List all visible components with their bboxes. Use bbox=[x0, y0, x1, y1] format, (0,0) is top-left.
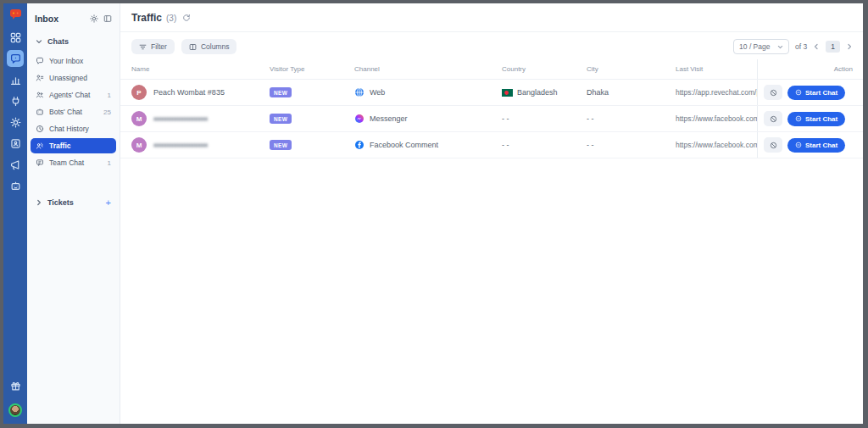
start-chat-label: Start Chat bbox=[805, 89, 837, 97]
table-header-row: Name Visitor Type Channel Country City L… bbox=[120, 59, 863, 80]
revechat-logo-icon[interactable] bbox=[8, 8, 23, 20]
facebook-icon bbox=[354, 140, 364, 150]
page-size-select[interactable]: 10 / Page bbox=[733, 39, 789, 54]
next-page-icon[interactable] bbox=[846, 43, 853, 50]
campaigns-icon[interactable] bbox=[7, 156, 24, 173]
primary-nav-rail bbox=[3, 3, 27, 424]
start-chat-button[interactable]: Start Chat bbox=[787, 138, 845, 153]
block-visitor-button[interactable] bbox=[764, 111, 782, 126]
visitor-avatar: P bbox=[131, 85, 147, 100]
sidebar-item-agents-chat[interactable]: Agents' Chat 1 bbox=[31, 87, 116, 103]
block-icon bbox=[770, 115, 777, 123]
page-size-value: 10 / Page bbox=[739, 42, 770, 51]
channel-label: Facebook Comment bbox=[370, 141, 438, 149]
table-row[interactable]: P Peach Wombat #835 NEW Web Bangladesh D… bbox=[120, 80, 863, 106]
messenger-icon bbox=[354, 114, 364, 124]
sidebar-item-unassigned[interactable]: Unassigned bbox=[31, 70, 116, 86]
start-chat-button[interactable]: Start Chat bbox=[787, 86, 845, 100]
bot-icon bbox=[36, 108, 44, 116]
filter-button[interactable]: Filter bbox=[131, 39, 175, 54]
visitor-type-badge: NEW bbox=[270, 87, 292, 97]
start-chat-button[interactable]: Start Chat bbox=[787, 112, 845, 126]
visitor-avatar: M bbox=[131, 111, 147, 126]
table-row[interactable]: M xxxxxxxxxxxxxxxx NEW Messenger - - - -… bbox=[120, 106, 863, 132]
filter-label: Filter bbox=[151, 42, 167, 51]
filter-icon bbox=[139, 43, 147, 51]
block-visitor-button[interactable] bbox=[764, 85, 782, 100]
page-header: Traffic (3) bbox=[120, 3, 863, 32]
tickets-section-toggle[interactable]: Tickets + bbox=[27, 193, 120, 212]
add-ticket-button[interactable]: + bbox=[106, 197, 111, 208]
gift-icon[interactable] bbox=[7, 377, 24, 394]
sidebar-item-label: Traffic bbox=[49, 142, 71, 150]
visitor-name-redacted: xxxxxxxxxxxxxxxx bbox=[153, 114, 208, 123]
main-content: Traffic (3) Filter Columns 10 / Page of … bbox=[120, 3, 863, 424]
analytics-icon[interactable] bbox=[7, 71, 24, 88]
visitor-type-badge: NEW bbox=[270, 114, 292, 124]
columns-label: Columns bbox=[201, 42, 230, 51]
inbox-settings-icon[interactable] bbox=[90, 14, 98, 23]
col-header-last-visit: Last Visit bbox=[676, 59, 757, 79]
chevron-down-icon bbox=[777, 44, 783, 50]
block-visitor-button[interactable] bbox=[764, 137, 782, 153]
current-page-button[interactable]: 1 bbox=[826, 41, 840, 53]
integrations-icon[interactable] bbox=[7, 92, 24, 109]
sidebar-item-team-chat[interactable]: Team Chat 1 bbox=[31, 155, 116, 170]
start-chat-label: Start Chat bbox=[805, 115, 837, 123]
sidebar-item-label: Bots' Chat bbox=[49, 108, 82, 116]
block-icon bbox=[770, 142, 777, 149]
agents-icon bbox=[36, 91, 44, 99]
city-label: - - bbox=[587, 141, 676, 149]
columns-button[interactable]: Columns bbox=[181, 39, 237, 54]
item-count: 1 bbox=[108, 159, 111, 167]
sidebar-item-your-inbox[interactable]: Your Inbox bbox=[31, 53, 116, 69]
chats-icon[interactable] bbox=[7, 50, 24, 67]
col-header-name: Name bbox=[131, 59, 270, 79]
prev-page-icon[interactable] bbox=[813, 43, 820, 50]
last-visit-url: https://www.facebook.com/1021 bbox=[676, 114, 757, 123]
sidebar-item-chat-history[interactable]: Chat History bbox=[31, 121, 116, 136]
user-avatar[interactable] bbox=[8, 403, 22, 417]
sidebar-item-traffic[interactable]: Traffic bbox=[31, 138, 116, 153]
block-icon bbox=[770, 89, 777, 97]
empty-area bbox=[120, 158, 863, 424]
inbox-header: Inbox bbox=[27, 12, 120, 32]
sidebar-item-bots-chat[interactable]: Bots' Chat 25 bbox=[31, 104, 116, 120]
chats-section-label: Chats bbox=[47, 37, 69, 46]
col-header-country: Country bbox=[502, 59, 587, 79]
collapse-panel-icon[interactable] bbox=[103, 14, 112, 23]
bangladesh-flag-icon bbox=[502, 89, 513, 97]
visitor-name-redacted: xxxxxxxxxxxxxxxx bbox=[153, 141, 208, 149]
last-visit-url: https://www.facebook.com/1989 bbox=[676, 141, 757, 149]
tickets-label: Tickets bbox=[47, 198, 74, 207]
country-label: - - bbox=[502, 141, 587, 149]
traffic-count: (3) bbox=[166, 14, 176, 23]
item-count: 25 bbox=[103, 108, 111, 116]
sidebar-item-label: Chat History bbox=[49, 125, 89, 133]
page-title: Traffic bbox=[131, 12, 162, 24]
country-label: Bangladesh bbox=[517, 88, 558, 97]
dashboard-icon[interactable] bbox=[7, 29, 24, 46]
contacts-icon[interactable] bbox=[7, 135, 24, 152]
table-row[interactable]: M xxxxxxxxxxxxxxxx NEW Facebook Comment … bbox=[120, 132, 863, 158]
page-total-label: of 3 bbox=[795, 42, 807, 51]
channel-label: Web bbox=[370, 88, 385, 97]
chevron-down-icon bbox=[36, 38, 42, 45]
chevron-right-icon bbox=[36, 199, 42, 206]
chatbot-icon[interactable] bbox=[7, 177, 24, 194]
chat-bubble-icon bbox=[795, 89, 802, 96]
inbox-title: Inbox bbox=[35, 14, 85, 24]
pagination: 10 / Page of 3 1 bbox=[733, 39, 853, 54]
team-chat-icon bbox=[36, 158, 44, 167]
unassigned-icon bbox=[36, 74, 44, 82]
sidebar-item-label: Agents' Chat bbox=[49, 91, 90, 99]
sidebar-item-label: Your Inbox bbox=[49, 57, 83, 65]
chats-section-toggle[interactable]: Chats bbox=[27, 32, 120, 53]
item-count: 1 bbox=[108, 92, 111, 99]
refresh-icon[interactable] bbox=[182, 14, 191, 22]
chat-bubble-icon bbox=[795, 115, 802, 122]
web-globe-icon bbox=[354, 87, 364, 97]
country-label: - - bbox=[502, 114, 587, 123]
settings-icon[interactable] bbox=[7, 114, 24, 131]
visitor-name: Peach Wombat #835 bbox=[153, 88, 225, 97]
